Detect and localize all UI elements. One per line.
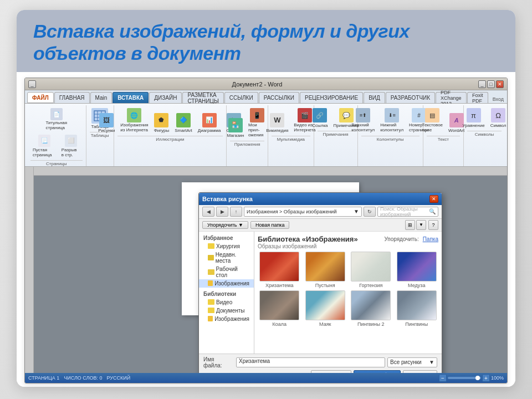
btn-symbol[interactable]: Ω Символ [488,106,508,130]
zoom-in-btn[interactable]: + [482,374,490,382]
tab-home[interactable]: ГЛАВНАЯ [54,92,90,103]
sidebar-item-recent[interactable]: Недавн. места [199,250,254,265]
sidebar-item-desktop[interactable]: Хирургия [199,242,254,250]
tab-insert[interactable]: ВСТАВКА [112,92,149,103]
dialog-up-btn[interactable]: ↑ [230,207,242,217]
tab-foxit[interactable]: Foxit PDF [467,92,488,103]
tab-dev[interactable]: РАЗРАБОТЧИК [386,92,435,103]
sort-value[interactable]: Папка [423,236,438,242]
btn-smartart[interactable]: 🔷 SmartArt [172,111,195,135]
dialog-forward-btn[interactable]: ▶ [216,207,228,217]
btn-store[interactable]: 🏪 Магазин [226,116,245,140]
tab-file[interactable]: ФАЙЛ [27,92,54,103]
tools-dropdown-icon: ▼ [339,372,344,373]
image-thumb-koala[interactable]: Коала [258,290,301,327]
btn-shapes[interactable]: ⬟ Фигуры [152,111,172,135]
dialog-cancel-btn[interactable]: Отмена [403,370,437,373]
tab-mail[interactable]: РАССЫЛКИ [259,92,299,103]
btn-blank-page[interactable]: 📃 Пустая страница [30,133,58,159]
dialog-body: Избранное Хирургия Недавн. места [199,232,442,354]
footer-buttons: Сервис ▼ Вставить ▼ Отмена [203,370,437,373]
btn-equation[interactable]: π Уравнение [461,106,487,130]
dialog-view-dropdown[interactable]: ▼ [416,220,426,230]
library-subtitle: Образцы изображений [258,243,438,249]
jellyfish-image[interactable] [397,252,437,282]
dialog-help-btn[interactable]: ? [428,220,438,230]
sidebar-item-images2[interactable]: Изображения [199,315,254,323]
dialog-organize-btn[interactable]: Упорядочить ▼ [202,221,248,229]
image-thumb-penguins2[interactable]: Пингвины [395,290,439,327]
tab-design[interactable]: ДИЗАЙН [149,92,182,103]
dialog-secondary-toolbar: Упорядочить ▼ Новая папка ⊞ ▼ ? [199,219,442,232]
image-thumb-hydrangeas[interactable]: Гортензия [349,252,393,288]
dialog-address-bar[interactable]: Изображения > Образцы изображений ▼ [244,207,362,217]
sidebar-item-desktop2[interactable]: Рабочий стол [199,265,254,279]
dialog-tools-btn[interactable]: Сервис ▼ [311,370,351,373]
filename-input[interactable]: Хризантема [236,357,385,367]
tab-pdf2012[interactable]: PDF XChange 2012 [436,92,467,103]
image-thumb-desert[interactable]: Пустыня [304,252,347,288]
blank-page-label: Пустая страница [33,147,56,157]
address-dropdown-icon[interactable]: ▼ [354,208,359,214]
image-thumb-jellyfish[interactable]: Медуза [395,252,439,288]
sidebar-item-images[interactable]: Изображения [199,279,254,288]
tab-main[interactable]: Main [90,92,112,103]
sidebar-item-video[interactable]: Видео [199,298,254,306]
image-thumb-chrysanthemum[interactable]: Хризантема [258,252,301,288]
ribbon-group-headerfooter: ≡⬆ Верхнийколонтитул ⬇≡ Нижнийколонтитул… [358,105,423,166]
zoom-out-btn[interactable]: − [439,374,447,382]
penguins1-image[interactable] [351,290,391,320]
tab-refs[interactable]: ССЫЛКИ [224,92,258,103]
koala-label: Коала [272,321,287,327]
dialog-view-btn[interactable]: ⊞ [405,220,415,230]
word-minimize-button[interactable]: _ [478,80,486,88]
dialog-close-button[interactable]: ✕ [429,195,438,203]
dialog-newfolder-btn[interactable]: Новая папка [250,221,289,229]
image-thumb-penguins1[interactable]: Пингвины 2 [349,290,393,327]
slide-container: Вставка изображений, формул и других объ… [17,10,515,387]
dialog-insert-btn[interactable]: Вставить ▼ [354,370,401,373]
smartart-icon: 🔷 [176,113,191,127]
btn-online-pictures[interactable]: 🌐 Изображенияиз Интернета [118,106,150,135]
btn-chart[interactable]: 📊 Диаграмма [196,111,223,135]
word-minimize-btn[interactable]: _ [28,80,36,88]
link-label: Ссылка [312,123,328,128]
filename-label: Имя файла: [203,356,234,369]
dialog-back-btn[interactable]: ◀ [202,207,214,217]
tab-layout[interactable]: РАЗМЕТКА СТРАНИЦЫ [182,92,223,103]
word-close-button[interactable]: ✕ [496,80,504,88]
ribbon-group-symbols: π Уравнение Ω Символ Символы [464,105,505,166]
btn-link[interactable]: 🔗 Ссылка [310,106,330,130]
zoom-pct: 100% [491,375,504,381]
filetype-dropdown[interactable]: Все рисунки ▼ [387,357,437,367]
btn-footer[interactable]: ⬇≡ Нижнийколонтитул [378,106,406,135]
dialog-refresh-btn[interactable]: ↻ [364,207,376,217]
dialog-search-icon: 🔍 [429,208,436,214]
page-break-label: Разрыв в стр. [62,147,80,157]
btn-page-break[interactable]: ⬜ Разрыв в стр. [59,133,83,159]
zoom-slider[interactable] [448,377,481,379]
desert-image[interactable] [305,252,345,282]
btn-textbox[interactable]: ▤ Текстовоеполе [420,106,445,135]
btn-header[interactable]: ≡⬆ Верхнийколонтитул [349,106,377,135]
word-restore-button[interactable]: □ [487,80,495,88]
ribbon-collapse-btn[interactable]: Вход [489,95,507,103]
hydrangeas-image[interactable] [351,252,391,282]
koala-image[interactable] [259,290,299,320]
tab-view[interactable]: ВИД [364,92,385,103]
btn-cover-page[interactable]: 📄 Титульнаястраница [43,106,69,132]
tab-review[interactable]: РЕЦЕНЗИРОВАНИЕ [300,92,363,103]
dialog-view-controls: ⊞ ▼ [405,220,426,230]
chrysanthemum-image[interactable] [259,252,299,282]
penguins2-image[interactable] [397,290,437,320]
vertical-ruler [25,167,34,373]
image-thumb-lighthouse[interactable]: Маяк [304,290,347,327]
btn-pictures[interactable]: 🖼 Рисунки [96,111,117,135]
sidebar-item-docs[interactable]: Документы [199,306,254,315]
statusbar-words: ЧИСЛО СЛОВ: 0 [64,375,102,381]
desert-label: Пустыня [315,283,335,288]
btn-wiki[interactable]: W Википедия [264,111,290,135]
lighthouse-image[interactable] [305,290,345,320]
dialog-search-bar[interactable]: Поиск: Образцы изображений 🔍 [377,207,438,217]
dialog-titlebar: Вставка рисунка ✕ [199,193,442,205]
